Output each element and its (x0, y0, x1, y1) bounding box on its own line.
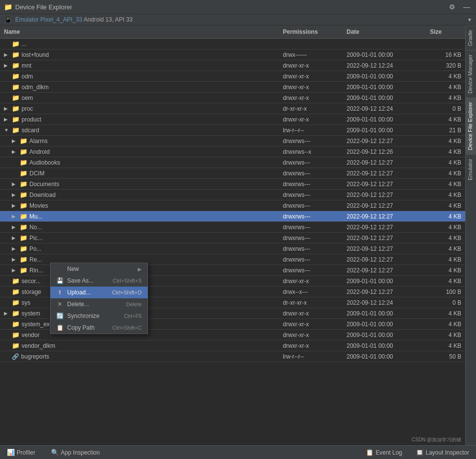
table-row[interactable]: 📁oemdrwxr-xr-x2009-01-01 00:004 KB (0, 93, 465, 103)
table-row[interactable]: 📁Audiobooksdrwxrws---2022-09-12 12:274 K… (0, 157, 465, 168)
expand-arrow[interactable]: ▶ (4, 117, 10, 122)
expand-arrow[interactable]: ▼ (4, 127, 10, 133)
date-cell: 2009-01-01 00:00 (343, 277, 426, 286)
date-cell: 2022-09-12 12:27 (343, 223, 426, 232)
folder-icon: 📁 (20, 137, 27, 145)
app-inspection-tab[interactable]: 🔍 App Inspection (48, 448, 102, 457)
date-cell: 2022-09-12 12:27 (343, 244, 426, 253)
date-cell: 2009-01-01 00:00 (343, 331, 426, 339)
context-menu[interactable]: New▶💾Save As...Ctrl+Shift+S⬆Upload...Ctr… (50, 263, 148, 334)
context-menu-item[interactable]: ⬆Upload...Ctrl+Shift+O (50, 287, 148, 298)
file-name-cell: ▶📁Download (0, 190, 279, 199)
sidebar-tab-device-manager[interactable]: Device Manager (466, 50, 476, 97)
table-row[interactable]: ▶📁Mu...drwxrws---2022-09-12 12:274 KB (0, 211, 465, 222)
date-cell: 2009-01-01 00:00 (343, 341, 426, 350)
expand-arrow[interactable]: ▶ (12, 192, 18, 197)
menu-shortcut: Ctrl+F5 (124, 313, 142, 319)
context-menu-item[interactable]: 💾Save As...Ctrl+Shift+S (50, 275, 148, 287)
expand-arrow[interactable]: ▶ (12, 214, 18, 219)
folder-icon: 📁 (20, 202, 27, 209)
table-row[interactable]: ▶📁Pic...drwxrws---2022-09-12 12:274 KB (0, 233, 465, 243)
file-name-text: Movies (29, 202, 48, 209)
table-row[interactable]: ▶📁Downloaddrwxrws---2022-09-12 12:274 KB (0, 190, 465, 200)
table-row[interactable]: 📁... (0, 39, 465, 49)
expand-arrow[interactable]: ▶ (12, 149, 18, 154)
right-sidebar: Gradle Device Manager Device File Explor… (465, 25, 476, 445)
table-row[interactable]: 📁odmdrwxr-xr-x2009-01-01 00:004 KB (0, 71, 465, 82)
expand-arrow[interactable]: ▶ (12, 235, 18, 241)
context-menu-item[interactable]: New▶ (50, 263, 148, 275)
settings-button[interactable]: ⚙ (447, 2, 457, 12)
context-menu-item[interactable]: ✕Delete...Delete (50, 298, 148, 310)
menu-item-left: New (56, 266, 79, 272)
permissions-cell: lrw-r--r-- (279, 126, 343, 135)
file-name-text: Po... (29, 245, 42, 252)
submenu-arrow: ▶ (138, 266, 142, 272)
file-name-cell: 📁Audiobooks (0, 158, 279, 167)
profiler-tab[interactable]: 📊 Profiler (4, 448, 38, 457)
context-menu-item[interactable]: 🔄SynchronizeCtrl+F5 (50, 310, 148, 322)
size-cell: 4 KB (426, 201, 465, 210)
expand-arrow[interactable]: ▶ (12, 267, 18, 273)
permissions-cell: drwxr-xr-x (279, 83, 343, 92)
expand-arrow[interactable]: ▶ (4, 63, 10, 68)
size-cell: 0 B (426, 104, 465, 113)
table-row[interactable]: ▶📁Alarmsdrwxrws---2022-09-12 12:274 KB (0, 136, 465, 146)
table-row[interactable]: ▶📁Moviesdrwxrws---2022-09-12 12:274 KB (0, 200, 465, 211)
table-row[interactable]: ▶📁procdr-xr-xr-x2022-09-12 12:240 B (0, 103, 465, 114)
table-row[interactable]: ▶📁Androiddrwxrws--x2022-09-12 12:264 KB (0, 146, 465, 157)
folder-icon: 📁 (20, 191, 27, 198)
sidebar-tab-emulator[interactable]: Emulator (466, 154, 476, 184)
layout-inspector-tab[interactable]: 🔲 Layout Inspector (413, 448, 472, 457)
table-row[interactable]: 📁odm_dlkmdrwxr-xr-x2009-01-01 00:004 KB (0, 82, 465, 93)
file-name-text: Mu... (29, 213, 43, 220)
file-name-cell: 📁odm_dlkm (0, 82, 279, 92)
expand-arrow[interactable]: ▶ (4, 52, 10, 57)
expand-arrow[interactable]: ▶ (12, 138, 18, 144)
table-row[interactable]: ▶📁No...drwxrws---2022-09-12 12:274 KB (0, 222, 465, 233)
file-name-text: system (22, 310, 40, 317)
table-row[interactable]: ▶📁productdrwxr-xr-x2009-01-01 00:004 KB (0, 114, 465, 125)
size-cell: 4 KB (426, 115, 465, 124)
file-name-text: Alarms (29, 138, 48, 145)
table-row[interactable]: ▶📁lost+founddrwx------2009-01-01 00:0016… (0, 49, 465, 60)
header-size: Size (426, 27, 465, 36)
device-dropdown-arrow[interactable]: ▼ (467, 17, 472, 23)
expand-arrow[interactable]: ▶ (4, 311, 10, 316)
table-row[interactable]: 🔗bugreportslrw-r--r--2009-01-01 00:0050 … (0, 351, 465, 362)
menu-item-label: Synchronize (67, 313, 100, 319)
expand-arrow[interactable]: ▶ (12, 203, 18, 208)
expand-arrow[interactable]: ▶ (12, 246, 18, 251)
file-name-cell: ▶📁Alarms (0, 136, 279, 145)
device-bar[interactable]: 📱 Emulator Pixel_4_API_33 Android 13, AP… (0, 14, 476, 25)
date-cell: 2022-09-12 12:27 (343, 212, 426, 221)
folder-icon: 📁 (12, 83, 20, 91)
expand-arrow[interactable]: ▶ (12, 224, 18, 230)
table-row[interactable]: 📁vendor_dlkmdrwxr-xr-x2009-01-01 00:004 … (0, 340, 465, 351)
file-name-text: Re... (29, 256, 42, 263)
file-name-cell: 📁vendor_dlkm (0, 341, 279, 350)
expand-arrow[interactable]: ▶ (12, 257, 18, 262)
size-cell: 4 KB (426, 137, 465, 145)
date-cell: 2009-01-01 00:00 (343, 352, 426, 361)
size-cell: 4 KB (426, 191, 465, 199)
table-row[interactable]: ▶📁Po...drwxrws---2022-09-12 12:274 KB (0, 243, 465, 254)
table-row[interactable]: 📁DCIMdrwxrws---2022-09-12 12:274 KB (0, 168, 465, 179)
table-row[interactable]: ▶📁Documentsdrwxrws---2022-09-12 12:274 K… (0, 179, 465, 190)
table-row[interactable]: ▶📁mntdrwxr-xr-x2022-09-12 12:24320 B (0, 60, 465, 71)
file-table-body[interactable]: 📁...▶📁lost+founddrwx------2009-01-01 00:… (0, 39, 465, 445)
minimize-button[interactable]: — (461, 2, 472, 12)
table-row[interactable]: ▼📁sdcardlrw-r--r--2009-01-01 00:0021 B (0, 125, 465, 136)
file-name-text: sys (22, 299, 30, 306)
menu-item-icon: 📋 (56, 324, 63, 331)
expand-arrow[interactable]: ▶ (12, 181, 18, 187)
event-log-tab[interactable]: 📋 Event Log (363, 448, 405, 457)
date-cell: 2009-01-01 00:00 (343, 50, 426, 59)
sidebar-tab-gradle[interactable]: Gradle (466, 25, 476, 50)
sidebar-tab-file-explorer[interactable]: Device File Explorer (466, 97, 476, 154)
folder-icon: 📁 (12, 310, 20, 317)
expand-arrow[interactable]: ▶ (4, 106, 10, 111)
size-cell: 4 KB (426, 212, 465, 221)
context-menu-item[interactable]: 📋Copy PathCtrl+Shift+C (50, 322, 148, 334)
folder-icon: 📁 (12, 342, 20, 349)
